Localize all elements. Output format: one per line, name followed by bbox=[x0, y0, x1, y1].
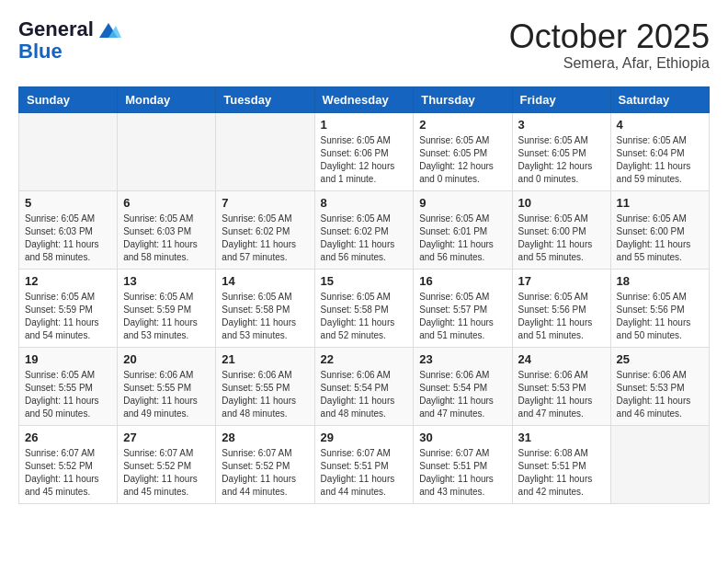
day-header-thursday: Thursday bbox=[414, 86, 512, 112]
day-number: 26 bbox=[25, 431, 111, 444]
subtitle: Semera, Afar, Ethiopia bbox=[509, 55, 710, 72]
day-info: Sunrise: 6:07 AM Sunset: 5:51 PM Dayligh… bbox=[321, 447, 408, 499]
calendar-cell: 8Sunrise: 6:05 AM Sunset: 6:02 PM Daylig… bbox=[314, 190, 414, 269]
calendar-cell: 22Sunrise: 6:06 AM Sunset: 5:54 PM Dayli… bbox=[314, 347, 414, 425]
day-number: 7 bbox=[222, 196, 308, 210]
day-number: 28 bbox=[222, 431, 308, 444]
day-info: Sunrise: 6:05 AM Sunset: 6:06 PM Dayligh… bbox=[321, 134, 408, 186]
calendar-cell: 19Sunrise: 6:05 AM Sunset: 5:55 PM Dayli… bbox=[19, 347, 118, 425]
calendar-cell bbox=[216, 112, 314, 190]
day-info: Sunrise: 6:05 AM Sunset: 5:55 PM Dayligh… bbox=[25, 369, 111, 420]
calendar-cell: 17Sunrise: 6:05 AM Sunset: 5:56 PM Dayli… bbox=[512, 269, 610, 347]
day-info: Sunrise: 6:06 AM Sunset: 5:53 PM Dayligh… bbox=[518, 369, 605, 420]
day-info: Sunrise: 6:07 AM Sunset: 5:52 PM Dayligh… bbox=[25, 447, 111, 499]
day-header-saturday: Saturday bbox=[610, 86, 709, 112]
title-block: October 2025 Semera, Afar, Ethiopia bbox=[509, 18, 710, 72]
day-header-wednesday: Wednesday bbox=[314, 86, 414, 112]
day-info: Sunrise: 6:05 AM Sunset: 6:01 PM Dayligh… bbox=[419, 213, 506, 264]
calendar-cell: 10Sunrise: 6:05 AM Sunset: 6:00 PM Dayli… bbox=[512, 190, 610, 269]
day-info: Sunrise: 6:05 AM Sunset: 5:58 PM Dayligh… bbox=[222, 291, 308, 342]
calendar-cell: 6Sunrise: 6:05 AM Sunset: 6:03 PM Daylig… bbox=[118, 190, 216, 269]
main-title: October 2025 bbox=[509, 18, 710, 55]
day-info: Sunrise: 6:07 AM Sunset: 5:52 PM Dayligh… bbox=[123, 447, 210, 499]
day-number: 1 bbox=[321, 118, 408, 132]
day-info: Sunrise: 6:06 AM Sunset: 5:54 PM Dayligh… bbox=[321, 369, 408, 420]
day-info: Sunrise: 6:05 AM Sunset: 6:02 PM Dayligh… bbox=[321, 213, 408, 264]
day-header-friday: Friday bbox=[512, 86, 610, 112]
calendar-cell: 12Sunrise: 6:05 AM Sunset: 5:59 PM Dayli… bbox=[19, 269, 118, 347]
day-info: Sunrise: 6:07 AM Sunset: 5:52 PM Dayligh… bbox=[222, 447, 308, 499]
calendar-cell: 31Sunrise: 6:08 AM Sunset: 5:51 PM Dayli… bbox=[512, 425, 610, 503]
day-info: Sunrise: 6:05 AM Sunset: 6:03 PM Dayligh… bbox=[25, 213, 111, 264]
day-info: Sunrise: 6:06 AM Sunset: 5:53 PM Dayligh… bbox=[617, 369, 703, 420]
day-number: 16 bbox=[419, 274, 506, 288]
day-number: 5 bbox=[25, 196, 111, 210]
calendar-cell: 1Sunrise: 6:05 AM Sunset: 6:06 PM Daylig… bbox=[314, 112, 414, 190]
week-row-3: 12Sunrise: 6:05 AM Sunset: 5:59 PM Dayli… bbox=[19, 269, 710, 347]
day-info: Sunrise: 6:05 AM Sunset: 6:03 PM Dayligh… bbox=[123, 213, 210, 264]
day-number: 17 bbox=[518, 274, 605, 288]
day-info: Sunrise: 6:05 AM Sunset: 5:56 PM Dayligh… bbox=[518, 291, 605, 342]
calendar-cell: 16Sunrise: 6:05 AM Sunset: 5:57 PM Dayli… bbox=[414, 269, 512, 347]
calendar-cell: 24Sunrise: 6:06 AM Sunset: 5:53 PM Dayli… bbox=[512, 347, 610, 425]
day-number: 15 bbox=[321, 274, 408, 288]
day-info: Sunrise: 6:07 AM Sunset: 5:51 PM Dayligh… bbox=[419, 447, 506, 499]
day-number: 10 bbox=[518, 196, 605, 210]
calendar-cell: 27Sunrise: 6:07 AM Sunset: 5:52 PM Dayli… bbox=[118, 425, 216, 503]
day-header-monday: Monday bbox=[118, 86, 216, 112]
day-number: 22 bbox=[321, 352, 408, 366]
day-number: 30 bbox=[419, 431, 506, 444]
day-number: 25 bbox=[617, 352, 703, 366]
calendar-cell bbox=[610, 425, 709, 503]
day-info: Sunrise: 6:05 AM Sunset: 6:05 PM Dayligh… bbox=[419, 134, 506, 186]
logo-icon bbox=[96, 21, 121, 40]
day-number: 21 bbox=[222, 352, 308, 366]
calendar-cell: 28Sunrise: 6:07 AM Sunset: 5:52 PM Dayli… bbox=[216, 425, 314, 503]
day-info: Sunrise: 6:08 AM Sunset: 5:51 PM Dayligh… bbox=[518, 447, 605, 499]
calendar-cell: 29Sunrise: 6:07 AM Sunset: 5:51 PM Dayli… bbox=[314, 425, 414, 503]
day-info: Sunrise: 6:06 AM Sunset: 5:54 PM Dayligh… bbox=[419, 369, 506, 420]
calendar-cell: 20Sunrise: 6:06 AM Sunset: 5:55 PM Dayli… bbox=[118, 347, 216, 425]
day-info: Sunrise: 6:05 AM Sunset: 5:57 PM Dayligh… bbox=[419, 291, 506, 342]
day-info: Sunrise: 6:05 AM Sunset: 5:59 PM Dayligh… bbox=[123, 291, 210, 342]
calendar-cell: 25Sunrise: 6:06 AM Sunset: 5:53 PM Dayli… bbox=[610, 347, 709, 425]
calendar-cell: 3Sunrise: 6:05 AM Sunset: 6:05 PM Daylig… bbox=[512, 112, 610, 190]
day-number: 23 bbox=[419, 352, 506, 366]
day-number: 3 bbox=[518, 118, 605, 132]
week-row-1: 1Sunrise: 6:05 AM Sunset: 6:06 PM Daylig… bbox=[19, 112, 710, 190]
calendar-cell: 2Sunrise: 6:05 AM Sunset: 6:05 PM Daylig… bbox=[414, 112, 512, 190]
day-info: Sunrise: 6:05 AM Sunset: 5:56 PM Dayligh… bbox=[617, 291, 703, 342]
day-number: 11 bbox=[617, 196, 703, 210]
day-info: Sunrise: 6:05 AM Sunset: 5:59 PM Dayligh… bbox=[25, 291, 111, 342]
day-number: 19 bbox=[25, 352, 111, 366]
calendar-cell: 15Sunrise: 6:05 AM Sunset: 5:58 PM Dayli… bbox=[314, 269, 414, 347]
week-row-5: 26Sunrise: 6:07 AM Sunset: 5:52 PM Dayli… bbox=[19, 425, 710, 503]
day-info: Sunrise: 6:05 AM Sunset: 6:05 PM Dayligh… bbox=[518, 134, 605, 186]
calendar-cell: 5Sunrise: 6:05 AM Sunset: 6:03 PM Daylig… bbox=[19, 190, 118, 269]
day-info: Sunrise: 6:05 AM Sunset: 5:58 PM Dayligh… bbox=[321, 291, 408, 342]
day-number: 14 bbox=[222, 274, 308, 288]
day-info: Sunrise: 6:06 AM Sunset: 5:55 PM Dayligh… bbox=[123, 369, 210, 420]
day-header-tuesday: Tuesday bbox=[216, 86, 314, 112]
day-number: 13 bbox=[123, 274, 210, 288]
week-row-4: 19Sunrise: 6:05 AM Sunset: 5:55 PM Dayli… bbox=[19, 347, 710, 425]
logo: General Blue bbox=[18, 18, 121, 63]
calendar-cell bbox=[118, 112, 216, 190]
day-number: 18 bbox=[617, 274, 703, 288]
day-number: 6 bbox=[123, 196, 210, 210]
calendar-cell: 13Sunrise: 6:05 AM Sunset: 5:59 PM Dayli… bbox=[118, 269, 216, 347]
calendar-cell: 11Sunrise: 6:05 AM Sunset: 6:00 PM Dayli… bbox=[610, 190, 709, 269]
day-info: Sunrise: 6:05 AM Sunset: 6:00 PM Dayligh… bbox=[617, 213, 703, 264]
day-info: Sunrise: 6:05 AM Sunset: 6:04 PM Dayligh… bbox=[617, 134, 703, 186]
day-info: Sunrise: 6:05 AM Sunset: 6:00 PM Dayligh… bbox=[518, 213, 605, 264]
logo-text: General bbox=[18, 18, 121, 40]
day-number: 24 bbox=[518, 352, 605, 366]
day-header-sunday: Sunday bbox=[19, 86, 118, 112]
calendar-cell: 18Sunrise: 6:05 AM Sunset: 5:56 PM Dayli… bbox=[610, 269, 709, 347]
day-number: 29 bbox=[321, 431, 408, 444]
calendar-cell: 26Sunrise: 6:07 AM Sunset: 5:52 PM Dayli… bbox=[19, 425, 118, 503]
day-number: 8 bbox=[321, 196, 408, 210]
day-number: 9 bbox=[419, 196, 506, 210]
day-number: 4 bbox=[617, 118, 703, 132]
calendar-table: SundayMondayTuesdayWednesdayThursdayFrid… bbox=[18, 86, 710, 504]
